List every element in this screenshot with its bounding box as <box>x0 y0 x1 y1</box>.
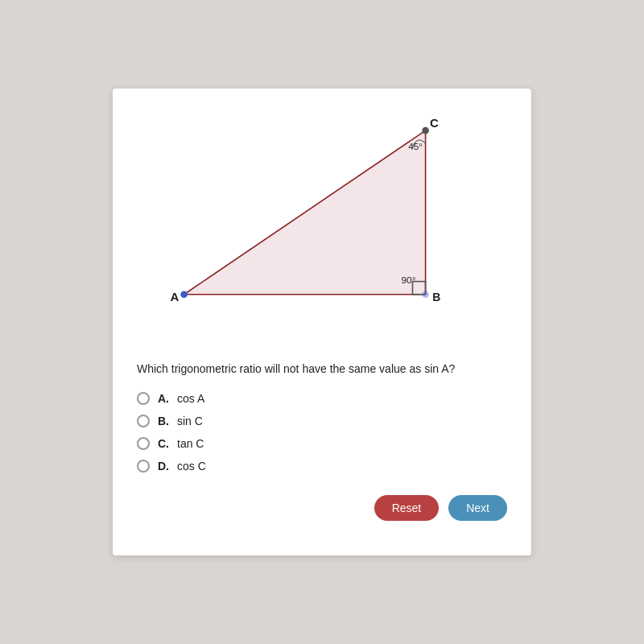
options-list: A. cos A B. sin C C. tan C D. cos C <box>137 392 507 473</box>
main-card: A B C 90° 45° Which trigonometric ratio … <box>113 89 531 555</box>
triangle-diagram: A B C 90° 45° <box>137 105 507 346</box>
option-b-label: B. <box>158 415 169 427</box>
radio-d[interactable] <box>137 460 150 473</box>
option-c-value: tan C <box>177 437 204 450</box>
svg-text:B: B <box>432 291 440 303</box>
radio-b[interactable] <box>137 415 150 427</box>
radio-c[interactable] <box>137 437 150 450</box>
svg-text:90°: 90° <box>402 275 416 285</box>
svg-point-6 <box>422 291 429 298</box>
option-d-label: D. <box>158 460 169 473</box>
option-a[interactable]: A. cos A <box>137 392 507 405</box>
radio-a[interactable] <box>137 392 150 405</box>
svg-point-7 <box>422 127 429 134</box>
option-d[interactable]: D. cos C <box>137 460 507 473</box>
option-c[interactable]: C. tan C <box>137 437 507 450</box>
option-b[interactable]: B. sin C <box>137 415 507 427</box>
question-text: Which trigonometric ratio will not have … <box>137 361 507 378</box>
reset-button[interactable]: Reset <box>374 495 440 521</box>
option-d-value: cos C <box>177 460 206 473</box>
svg-text:C: C <box>430 116 439 130</box>
svg-text:A: A <box>170 290 179 303</box>
option-c-label: C. <box>158 437 169 450</box>
option-a-value: cos A <box>177 392 204 405</box>
buttons-row: Reset Next <box>137 495 507 521</box>
option-b-value: sin C <box>177 415 203 427</box>
next-button[interactable]: Next <box>448 495 507 521</box>
svg-text:45°: 45° <box>408 141 423 151</box>
option-a-label: A. <box>158 392 169 405</box>
svg-point-5 <box>180 291 188 298</box>
